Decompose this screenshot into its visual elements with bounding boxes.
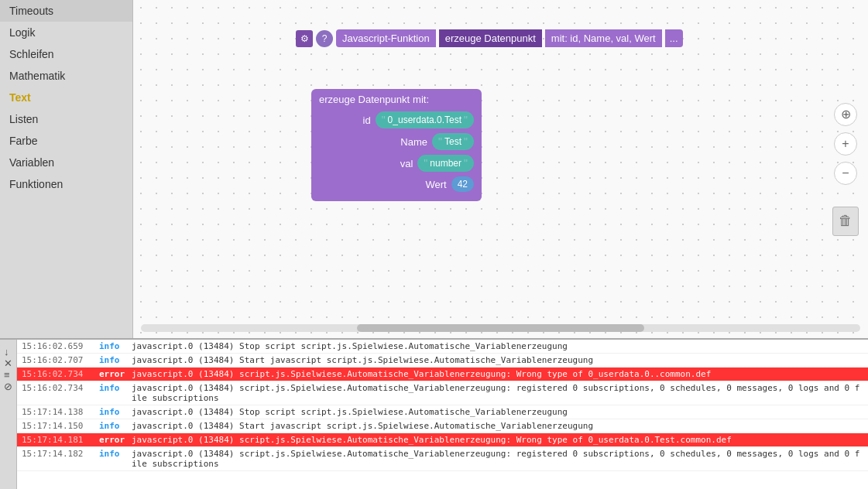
block-row-id: id"0_userdata.0.Test": [319, 111, 474, 128]
sidebar-item-farbe[interactable]: Farbe: [0, 130, 132, 152]
block-row-value[interactable]: 42: [451, 176, 474, 192]
zoom-in-button[interactable]: +: [834, 132, 857, 156]
sidebar-item-mathematik[interactable]: Mathematik: [0, 65, 132, 87]
log-level: info: [99, 449, 129, 459]
sidebar-item-schleifen[interactable]: Schleifen: [0, 43, 132, 65]
log-sidebar-icon[interactable]: ✕: [4, 357, 12, 369]
block-row-label: Wert: [416, 179, 447, 190]
block-row-label: Name: [396, 136, 427, 148]
log-message: javascript.0 (13484) script.js.Spielwies…: [132, 369, 711, 379]
log-sidebar-icon[interactable]: ↓: [4, 346, 12, 357]
canvas-controls: ⊕ + − 🗑: [832, 103, 859, 236]
log-message: javascript.0 (13484) Start javascript sc…: [132, 421, 593, 431]
canvas-area[interactable]: ⚙ ? Javascript-Funktion erzeuge Datenpun…: [133, 0, 868, 338]
sidebar-item-funktionen[interactable]: Funktionen: [0, 173, 132, 195]
block-row-value[interactable]: "Test": [432, 133, 474, 150]
block-title: erzeuge Datenpunkt mit:: [319, 94, 474, 105]
function-params: mit: id, Name, val, Wert: [545, 29, 662, 47]
settings-icon[interactable]: ⚙: [296, 30, 313, 47]
log-timestamp: 15:17:14.138: [22, 407, 99, 417]
log-row: 15:16:02.734infojavascript.0 (13484) scr…: [17, 381, 868, 405]
zoom-out-button[interactable]: −: [834, 162, 857, 185]
log-row: 15:17:14.150infojavascript.0 (13484) Sta…: [17, 419, 868, 433]
log-level: info: [99, 407, 129, 417]
canvas-scrollbar-thumb: [357, 324, 645, 332]
function-label: Javascript-Funktion: [336, 29, 436, 47]
log-message: javascript.0 (13484) Stop script script.…: [132, 407, 568, 417]
log-timestamp: 15:16:02.734: [22, 383, 99, 393]
canvas-scrollbar[interactable]: [141, 324, 860, 332]
log-level: info: [99, 355, 129, 365]
log-sidebar-icon[interactable]: ⊘: [4, 381, 12, 392]
main-block: erzeuge Datenpunkt mit: id"0_userdata.0.…: [311, 89, 482, 201]
log-timestamp: 15:17:14.182: [22, 449, 99, 459]
block-row-value[interactable]: "0_userdata.0.Test": [376, 111, 474, 128]
function-name: erzeuge Datenpunkt: [439, 29, 542, 47]
log-level: error: [99, 435, 129, 445]
log-content: 15:16:02.659infojavascript.0 (13484) Sto…: [17, 340, 868, 471]
function-header-block: ⚙ ? Javascript-Funktion erzeuge Datenpun…: [296, 29, 683, 47]
block-row-value[interactable]: "number": [417, 155, 474, 172]
log-timestamp: 15:17:14.150: [22, 421, 99, 431]
log-message: javascript.0 (13484) Start javascript sc…: [132, 355, 593, 365]
log-row: 15:17:14.182infojavascript.0 (13484) scr…: [17, 447, 868, 471]
log-timestamp: 15:16:02.707: [22, 355, 99, 365]
block-row-val: val"number": [319, 155, 474, 172]
log-level: info: [99, 421, 129, 431]
trash-button[interactable]: 🗑: [832, 207, 859, 236]
log-sidebar-icon[interactable]: ≡: [4, 369, 12, 381]
sidebar-item-timeouts[interactable]: Timeouts: [0, 0, 132, 22]
block-row-Name: Name"Test": [319, 133, 474, 150]
block-row-label: val: [382, 158, 413, 169]
sidebar-item-listen[interactable]: Listen: [0, 108, 132, 130]
log-row: 15:16:02.659infojavascript.0 (13484) Sto…: [17, 340, 868, 354]
function-dots[interactable]: ...: [665, 29, 683, 47]
block-row-Wert: Wert42: [319, 176, 474, 192]
question-icon[interactable]: ?: [316, 30, 333, 47]
log-row: 15:17:14.181errorjavascript.0 (13484) sc…: [17, 433, 868, 447]
main-area: TimeoutsLogikSchleifenMathematikTextList…: [0, 0, 868, 338]
sidebar: TimeoutsLogikSchleifenMathematikTextList…: [0, 0, 133, 338]
sidebar-item-logik[interactable]: Logik: [0, 22, 132, 43]
log-message: javascript.0 (13484) script.js.Spielwies…: [132, 383, 863, 403]
log-sidebar: ↓✕≡⊘: [0, 340, 17, 489]
log-message: javascript.0 (13484) script.js.Spielwies…: [132, 449, 863, 469]
log-panel: ↓✕≡⊘ 15:16:02.659infojavascript.0 (13484…: [0, 338, 868, 489]
log-timestamp: 15:17:14.181: [22, 435, 99, 445]
log-level: error: [99, 369, 129, 379]
log-level: info: [99, 341, 129, 351]
log-message: javascript.0 (13484) script.js.Spielwies…: [132, 435, 732, 445]
sidebar-item-text[interactable]: Text: [0, 87, 132, 108]
center-button[interactable]: ⊕: [834, 103, 857, 126]
log-row: 15:16:02.707infojavascript.0 (13484) Sta…: [17, 354, 868, 368]
log-timestamp: 15:16:02.734: [22, 369, 99, 379]
block-row-label: id: [340, 115, 371, 126]
log-row: 15:17:14.138infojavascript.0 (13484) Sto…: [17, 405, 868, 419]
log-row: 15:16:02.734errorjavascript.0 (13484) sc…: [17, 368, 868, 381]
log-message: javascript.0 (13484) Stop script script.…: [132, 341, 568, 351]
log-level: info: [99, 383, 129, 393]
sidebar-item-variablen[interactable]: Variablen: [0, 152, 132, 173]
log-timestamp: 15:16:02.659: [22, 341, 99, 351]
